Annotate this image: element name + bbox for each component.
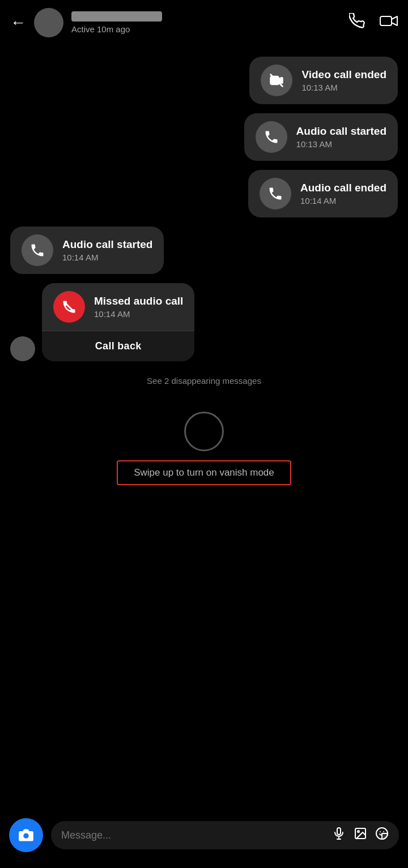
missed-call-bubble: Missed audio call 10:14 AM Call back xyxy=(42,283,194,361)
back-button[interactable]: ← xyxy=(10,14,26,32)
missed-call-title: Missed audio call xyxy=(94,295,183,307)
video-call-icon[interactable] xyxy=(380,13,398,33)
missed-call-time: 10:14 AM xyxy=(94,309,183,319)
message-audio-call-started-1: Audio call started 10:13 AM xyxy=(10,113,398,161)
message-video-call-ended: Video call ended 10:13 AM xyxy=(10,57,398,104)
audio-call-ended-icon xyxy=(260,178,291,209)
missed-call-icon xyxy=(53,291,85,323)
disappearing-messages-link[interactable]: See 2 disappearing messages xyxy=(10,370,398,391)
audio-call-ended-title: Audio call ended xyxy=(300,182,386,194)
sticker-icon[interactable] xyxy=(375,827,389,844)
microphone-icon[interactable] xyxy=(332,827,346,844)
vanish-label-box: Swipe up to turn on vanish mode xyxy=(117,460,291,485)
video-call-ended-time: 10:13 AM xyxy=(301,83,386,92)
contact-name-bar xyxy=(71,11,162,22)
message-audio-call-started-2: Audio call started 10:14 AM xyxy=(10,226,398,274)
audio-call-ended-time: 10:14 AM xyxy=(300,196,386,206)
audio-call-started-2-icon xyxy=(22,234,53,266)
header-actions xyxy=(349,13,398,33)
call-icon[interactable] xyxy=(349,13,365,33)
vanish-area: Swipe up to turn on vanish mode xyxy=(10,400,398,502)
audio-call-started-1-icon xyxy=(256,121,287,153)
audio-call-started-1-time: 10:13 AM xyxy=(296,139,386,149)
svg-rect-5 xyxy=(337,828,341,835)
svg-point-4 xyxy=(23,833,28,839)
audio-call-started-1-title: Audio call started xyxy=(296,125,386,138)
vanish-circle-indicator xyxy=(184,412,224,451)
audio-call-started-2-time: 10:14 AM xyxy=(62,253,152,262)
contact-status: Active 10m ago xyxy=(71,24,349,34)
svg-point-7 xyxy=(358,831,359,832)
video-call-ended-title: Video call ended xyxy=(301,69,386,81)
input-bar xyxy=(0,810,408,868)
message-input-container xyxy=(51,821,399,849)
chat-header: ← Active 10m ago xyxy=(0,0,408,45)
vanish-label: Swipe up to turn on vanish mode xyxy=(134,467,274,478)
message-input[interactable] xyxy=(61,829,324,841)
call-back-button[interactable]: Call back xyxy=(42,331,194,361)
camera-button[interactable] xyxy=(9,818,43,852)
chat-area: Video call ended 10:13 AM Audio call sta… xyxy=(0,45,408,514)
header-info: Active 10m ago xyxy=(71,11,349,34)
audio-call-started-2-title: Audio call started xyxy=(62,238,152,251)
contact-avatar[interactable] xyxy=(34,8,63,37)
svg-marker-1 xyxy=(392,16,397,25)
sender-avatar xyxy=(10,336,35,361)
image-icon[interactable] xyxy=(354,827,367,844)
message-audio-call-ended: Audio call ended 10:14 AM xyxy=(10,170,398,217)
svg-rect-0 xyxy=(380,16,392,25)
video-call-ended-icon xyxy=(261,65,292,96)
missed-call-container: Missed audio call 10:14 AM Call back xyxy=(10,283,398,361)
